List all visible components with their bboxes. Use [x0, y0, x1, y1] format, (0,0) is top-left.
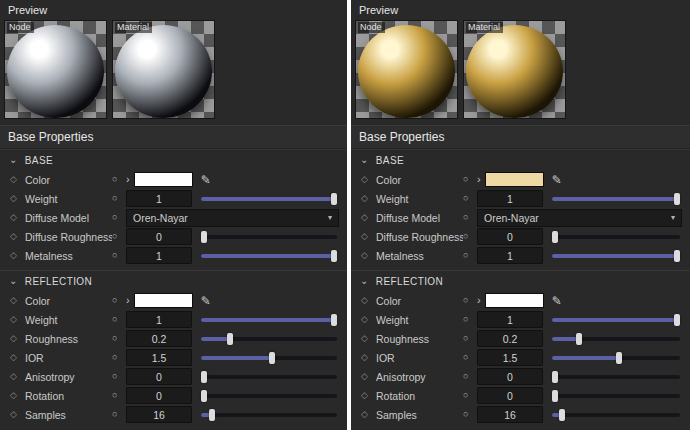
- color-swatch[interactable]: [134, 172, 193, 187]
- slider-track[interactable]: [552, 337, 680, 341]
- slider-handle[interactable]: [674, 193, 680, 205]
- slider-track[interactable]: [201, 235, 337, 239]
- value-input[interactable]: 1: [477, 247, 543, 264]
- slider-track[interactable]: [552, 318, 680, 322]
- connection-port-icon[interactable]: ○: [112, 213, 126, 222]
- connection-port-icon[interactable]: ○: [112, 194, 126, 203]
- section-header-reflection[interactable]: ⌄REFLECTION: [351, 271, 690, 291]
- eyedropper-icon[interactable]: ✎: [201, 174, 211, 186]
- connection-port-icon[interactable]: ○: [112, 251, 126, 260]
- slider-handle[interactable]: [552, 371, 558, 383]
- diffuse-model-dropdown[interactable]: Oren-Nayar▾: [126, 209, 339, 227]
- slider-track[interactable]: [552, 413, 680, 417]
- slider-track[interactable]: [201, 254, 337, 258]
- value-input[interactable]: 0.2: [477, 330, 543, 347]
- slider-track[interactable]: [201, 394, 337, 398]
- preview-thumbnail-node[interactable]: Node: [4, 20, 107, 119]
- value-input[interactable]: 1: [477, 190, 543, 207]
- value-input[interactable]: 1: [477, 311, 543, 328]
- eyedropper-icon[interactable]: ✎: [552, 174, 562, 186]
- slider-handle[interactable]: [331, 193, 337, 205]
- value-input[interactable]: 1.5: [477, 349, 543, 366]
- connection-port-icon[interactable]: ○: [463, 175, 477, 184]
- connection-port-icon[interactable]: ○: [112, 391, 126, 400]
- slider-handle[interactable]: [559, 409, 565, 421]
- expand-chevron-icon[interactable]: ›: [477, 174, 481, 185]
- connection-port-icon[interactable]: ○: [463, 410, 477, 419]
- slider-track[interactable]: [552, 197, 680, 201]
- value-input[interactable]: 16: [477, 406, 543, 423]
- value-input[interactable]: 0: [126, 368, 192, 385]
- slider-handle[interactable]: [674, 250, 680, 262]
- slider-handle[interactable]: [269, 352, 275, 364]
- slider-track[interactable]: [201, 197, 337, 201]
- value-input[interactable]: 0: [477, 387, 543, 404]
- value-input[interactable]: 1: [126, 311, 192, 328]
- slider-track[interactable]: [552, 356, 680, 360]
- value-input[interactable]: 0: [126, 228, 192, 245]
- slider-track[interactable]: [552, 375, 680, 379]
- connection-port-icon[interactable]: ○: [463, 232, 477, 241]
- slider-handle[interactable]: [552, 390, 558, 402]
- connection-port-icon[interactable]: ○: [463, 194, 477, 203]
- value-input[interactable]: 0: [477, 368, 543, 385]
- connection-port-icon[interactable]: ○: [112, 232, 126, 241]
- slider-handle[interactable]: [201, 231, 207, 243]
- connection-port-icon[interactable]: ○: [112, 410, 126, 419]
- slider-handle[interactable]: [552, 231, 558, 243]
- section-header-base[interactable]: ⌄BASE: [351, 150, 690, 170]
- connection-port-icon[interactable]: ○: [463, 353, 477, 362]
- slider-track[interactable]: [552, 235, 680, 239]
- slider-handle[interactable]: [201, 371, 207, 383]
- slider-handle[interactable]: [674, 314, 680, 326]
- value-input[interactable]: 1: [126, 247, 192, 264]
- value-input[interactable]: 0.2: [126, 330, 192, 347]
- eyedropper-icon[interactable]: ✎: [552, 295, 562, 307]
- connection-port-icon[interactable]: ○: [112, 315, 126, 324]
- connection-port-icon[interactable]: ○: [463, 296, 477, 305]
- value-input[interactable]: 1.5: [126, 349, 192, 366]
- slider-track[interactable]: [201, 318, 337, 322]
- value-input[interactable]: 1: [126, 190, 192, 207]
- value-input[interactable]: 0: [126, 387, 192, 404]
- slider-handle[interactable]: [331, 250, 337, 262]
- connection-port-icon[interactable]: ○: [463, 391, 477, 400]
- slider-track[interactable]: [201, 375, 337, 379]
- color-swatch[interactable]: [134, 293, 193, 308]
- slider-track[interactable]: [552, 254, 680, 258]
- slider-track[interactable]: [552, 394, 680, 398]
- section-header-base[interactable]: ⌄BASE: [0, 150, 347, 170]
- connection-port-icon[interactable]: ○: [112, 353, 126, 362]
- slider-handle[interactable]: [616, 352, 622, 364]
- expand-chevron-icon[interactable]: ›: [477, 295, 481, 306]
- preview-thumbnail-material[interactable]: Material: [112, 20, 215, 119]
- expand-chevron-icon[interactable]: ›: [126, 174, 130, 185]
- slider-track[interactable]: [201, 356, 337, 360]
- section-header-reflection[interactable]: ⌄REFLECTION: [0, 271, 347, 291]
- slider-handle[interactable]: [201, 390, 207, 402]
- value-input[interactable]: 0: [477, 228, 543, 245]
- connection-port-icon[interactable]: ○: [112, 296, 126, 305]
- slider-handle[interactable]: [331, 314, 337, 326]
- value-input[interactable]: 16: [126, 406, 192, 423]
- color-swatch[interactable]: [485, 293, 544, 308]
- connection-port-icon[interactable]: ○: [463, 334, 477, 343]
- slider-track[interactable]: [201, 413, 337, 417]
- slider-handle[interactable]: [209, 409, 215, 421]
- slider-handle[interactable]: [576, 333, 582, 345]
- preview-thumbnail-node[interactable]: Node: [355, 20, 458, 119]
- color-swatch[interactable]: [485, 172, 544, 187]
- slider-handle[interactable]: [227, 333, 233, 345]
- slider-track[interactable]: [201, 337, 337, 341]
- diffuse-model-dropdown[interactable]: Oren-Nayar▾: [477, 209, 682, 227]
- connection-port-icon[interactable]: ○: [463, 251, 477, 260]
- preview-thumbnail-material[interactable]: Material: [463, 20, 566, 119]
- connection-port-icon[interactable]: ○: [463, 315, 477, 324]
- expand-chevron-icon[interactable]: ›: [126, 295, 130, 306]
- connection-port-icon[interactable]: ○: [112, 334, 126, 343]
- connection-port-icon[interactable]: ○: [463, 372, 477, 381]
- connection-port-icon[interactable]: ○: [112, 372, 126, 381]
- connection-port-icon[interactable]: ○: [463, 213, 477, 222]
- connection-port-icon[interactable]: ○: [112, 175, 126, 184]
- eyedropper-icon[interactable]: ✎: [201, 295, 211, 307]
